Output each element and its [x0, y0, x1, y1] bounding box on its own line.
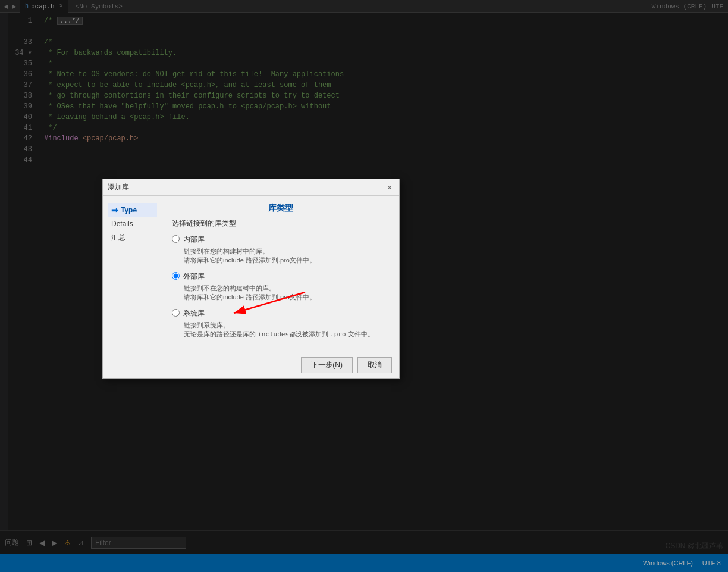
radio-group-external: 外部库 链接到不在您的构建树中的库。请将库和它的include 路径添加到.pr…	[172, 271, 390, 302]
radio-external[interactable]	[172, 272, 180, 280]
nav-item-summary[interactable]: 汇总	[108, 230, 157, 245]
radio-system-desc: 链接到系统库。无论是库的路径还是库的 includes都没被添加到 .pro 文…	[184, 321, 390, 339]
radio-system[interactable]	[172, 309, 180, 317]
nav-item-details[interactable]: Details	[108, 217, 157, 230]
radio-group-internal: 内部库 链接到在您的构建树中的库。请将库和它的include 路径添加到.pro…	[172, 235, 390, 265]
add-library-dialog: 添加库 × ➡ Type Details 汇总 库类型 选择链接到的库类型	[102, 179, 400, 379]
nav-details-label: Details	[111, 220, 133, 228]
radio-group-system: 系统库 链接到系统库。无论是库的路径还是库的 includes都没被添加到 .p…	[172, 308, 390, 339]
next-step-button[interactable]: 下一步(N)	[301, 357, 353, 373]
radio-internal[interactable]	[172, 235, 180, 243]
radio-option-internal[interactable]: 内部库	[172, 235, 390, 245]
nav-item-type[interactable]: ➡ Type	[108, 203, 157, 217]
dialog-footer: 下一步(N) 取消	[103, 352, 399, 378]
dialog-title: 添加库	[108, 182, 129, 192]
radio-option-system[interactable]: 系统库	[172, 308, 390, 318]
radio-system-label[interactable]: 系统库	[183, 308, 205, 318]
radio-external-label[interactable]: 外部库	[183, 271, 205, 282]
section-title: 库类型	[172, 203, 390, 214]
dialog-body: ➡ Type Details 汇总 库类型 选择链接到的库类型 内部库 链接到在	[103, 196, 399, 352]
cancel-button[interactable]: 取消	[357, 357, 392, 373]
nav-type-label: Type	[121, 206, 137, 214]
dialog-nav: ➡ Type Details 汇总	[103, 203, 162, 345]
section-subtitle: 选择链接到的库类型	[172, 218, 390, 229]
nav-arrow-icon: ➡	[111, 205, 118, 215]
dialog-titlebar: 添加库 ×	[103, 179, 399, 196]
radio-internal-desc: 链接到在您的构建树中的库。请将库和它的include 路径添加到.pro文件中。	[184, 247, 390, 265]
nav-summary-label: 汇总	[111, 233, 125, 243]
dialog-close-button[interactable]: ×	[385, 183, 394, 192]
radio-internal-label[interactable]: 内部库	[183, 235, 205, 245]
radio-external-desc: 链接到不在您的构建树中的库。请将库和它的include 路径添加到.pro文件中…	[184, 284, 390, 302]
radio-option-external[interactable]: 外部库	[172, 271, 390, 282]
dialog-content: 库类型 选择链接到的库类型 内部库 链接到在您的构建树中的库。请将库和它的inc…	[162, 203, 399, 345]
